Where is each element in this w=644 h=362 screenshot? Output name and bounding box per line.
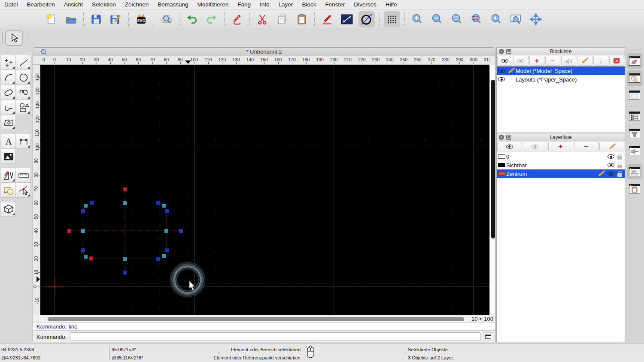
menu-item[interactable]: Bemassung: [158, 1, 188, 8]
cut-button[interactable]: +: [254, 11, 270, 27]
selection-handle-red[interactable]: [123, 187, 127, 191]
visibility-cell[interactable]: [497, 77, 506, 81]
clipboard-panel-button[interactable]: [627, 181, 642, 196]
menu-item[interactable]: Bearbeiten: [27, 1, 55, 8]
layer-row-sichtbar[interactable]: Sichtbar: [497, 161, 625, 169]
layer-list-panel-button[interactable]: [627, 109, 642, 124]
close-icon[interactable]: ×: [499, 49, 504, 54]
print-preview-button[interactable]: [158, 11, 175, 27]
lock-icon[interactable]: [617, 156, 622, 160]
deselect-tool[interactable]: [16, 183, 31, 198]
block-edit-button[interactable]: [577, 56, 592, 66]
dimension-tool[interactable]: [16, 134, 31, 149]
horizontal-scrollbar[interactable]: 10 < 100: [33, 315, 495, 323]
selection-handle-cyan[interactable]: [123, 257, 127, 261]
pencil-icon[interactable]: [598, 171, 605, 176]
zoom-out-button[interactable]: [429, 11, 445, 27]
command-panel-button[interactable]: [627, 164, 642, 179]
menu-item[interactable]: Hilfe: [386, 1, 397, 8]
selection-handle-blue[interactable]: [90, 201, 94, 205]
block-row-layout1[interactable]: Layout1 (*Paper_Space): [497, 75, 625, 84]
draw-pencil-button[interactable]: [319, 11, 335, 27]
polyline-tool[interactable]: [1, 100, 16, 115]
menu-item[interactable]: Selektion: [92, 1, 116, 8]
menu-item[interactable]: Fenster: [325, 1, 345, 8]
selection-handle-blue[interactable]: [156, 201, 160, 205]
text-tool[interactable]: A: [1, 134, 16, 149]
svg-export-button[interactable]: SVG: [133, 11, 149, 27]
zoom-window-button[interactable]: [508, 11, 524, 27]
measure-tool[interactable]: [16, 168, 31, 183]
eye-icon[interactable]: [608, 154, 614, 159]
block-insert-button[interactable]: ↓: [593, 56, 608, 66]
block-remove-button[interactable]: −: [545, 56, 560, 66]
menu-item[interactable]: Ansicht: [64, 1, 83, 8]
selection-handle-cyan[interactable]: [123, 201, 127, 205]
block-row-model[interactable]: Model (*Model_Space): [497, 66, 625, 75]
circle-tool[interactable]: [16, 70, 31, 85]
points-tool[interactable]: [1, 55, 16, 70]
selection-handle-blue[interactable]: [165, 209, 169, 213]
menu-item[interactable]: Datei: [4, 1, 18, 8]
menu-item[interactable]: Zeichnen: [125, 1, 149, 8]
selection-handle-blue[interactable]: [81, 248, 85, 252]
layer-add-button[interactable]: +: [548, 142, 573, 151]
eye-icon[interactable]: [608, 163, 614, 167]
spline-tool[interactable]: [16, 85, 31, 100]
library-panel-button[interactable]: [627, 87, 642, 103]
layer-hide-all-button[interactable]: [523, 142, 548, 151]
modify-tool[interactable]: [1, 168, 16, 183]
menu-item[interactable]: Info: [260, 1, 270, 8]
block-rename-button[interactable]: a|b: [561, 56, 576, 66]
close-icon[interactable]: ×: [499, 135, 504, 140]
zoom-selection-button[interactable]: [468, 11, 485, 27]
ellipse-tool[interactable]: [1, 85, 16, 100]
selection-handle-cyan[interactable]: [162, 254, 166, 258]
layer-row-zentrum[interactable]: Zentrum: [497, 169, 625, 178]
selection-handle-blue[interactable]: [165, 248, 169, 252]
selection-handle-cyan[interactable]: [84, 255, 88, 259]
selection-handle-blue[interactable]: [123, 271, 127, 275]
save-as-button[interactable]: [108, 11, 124, 27]
zoom-auto-button[interactable]: [449, 11, 465, 27]
toolbar-handle[interactable]: [27, 33, 29, 44]
menu-item[interactable]: Block: [302, 1, 316, 8]
copy-button[interactable]: +: [274, 11, 290, 27]
block-hide-all-button[interactable]: [513, 56, 528, 66]
save-button[interactable]: [88, 11, 104, 27]
solid-3d-tool[interactable]: [1, 202, 16, 217]
selection-handle-blue[interactable]: [156, 257, 160, 261]
selection-pointer-button[interactable]: [5, 30, 23, 46]
menu-item[interactable]: Modifizieren: [197, 1, 229, 8]
layer-remove-button[interactable]: −: [574, 142, 599, 151]
pan-button[interactable]: [528, 11, 544, 27]
selection-handle-red[interactable]: [89, 256, 93, 260]
block-show-all-button[interactable]: [497, 56, 512, 66]
image-tool[interactable]: [1, 149, 16, 164]
menu-item[interactable]: Fang: [237, 1, 251, 8]
drawing-window-titlebar[interactable]: * Unbenannt 2: [33, 48, 495, 56]
drawing-canvas[interactable]: [40, 65, 489, 315]
selection-handle-blue[interactable]: [81, 209, 85, 213]
plugin-panel-button[interactable]: [627, 143, 642, 158]
line-tool[interactable]: [16, 55, 31, 70]
vertical-scrollbar-thumb[interactable]: [491, 80, 495, 238]
block-close-button[interactable]: ×: [609, 56, 624, 66]
horizontal-scrollbar-thumb[interactable]: [48, 317, 464, 321]
layer-show-all-button[interactable]: [497, 142, 522, 151]
restore-icon[interactable]: [506, 135, 511, 140]
block-add-button[interactable]: +: [529, 56, 544, 66]
lock-icon[interactable]: [617, 165, 622, 168]
circle-tool-button[interactable]: [358, 11, 375, 27]
selection-handle-cyan[interactable]: [81, 229, 85, 233]
arc-tool[interactable]: [1, 70, 16, 85]
order-tool[interactable]: [1, 183, 16, 198]
pen-style-panel-button[interactable]: [627, 53, 642, 69]
selection-handle-cyan[interactable]: [162, 204, 166, 208]
command-float-button[interactable]: [483, 332, 493, 341]
selection-handle-cyan[interactable]: [164, 229, 168, 233]
selection-handle-red[interactable]: [67, 229, 71, 233]
grid-toggle-button[interactable]: [384, 11, 400, 27]
zoom-in-button[interactable]: [409, 11, 425, 27]
line-tool-button[interactable]: [339, 11, 355, 27]
